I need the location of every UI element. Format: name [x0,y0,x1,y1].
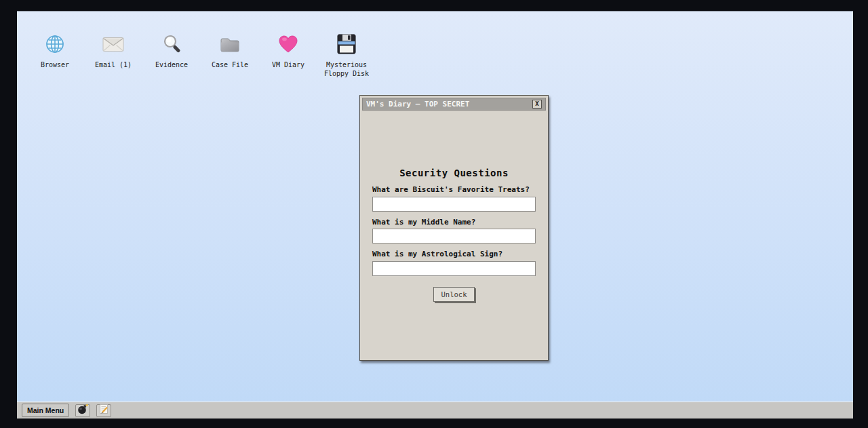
security-question-2: What is my Middle Name? [372,218,536,244]
desktop-icon-label: Evidence [155,60,188,69]
desktop-icon-label: Case File [212,60,248,69]
desktop-icon-vm-diary[interactable]: VM Diary [264,32,313,69]
security-questions-heading: Security Questions [372,168,536,178]
window-title: VM's Diary — TOP SECRET [366,100,532,109]
diary-window-titlebar[interactable]: VM's Diary — TOP SECRET X [362,98,546,111]
desktop-icon-evidence[interactable]: Evidence [147,32,196,69]
envelope-icon [102,32,124,56]
desktop-icon-label: Browser [41,60,69,69]
desktop: Browser Email (1) Evidenc [17,11,853,419]
close-button[interactable]: X [532,100,542,109]
desktop-icon-email[interactable]: Email (1) [89,32,138,69]
question-3-input[interactable] [372,261,536,276]
question-2-input[interactable] [372,229,536,244]
heart-icon [278,32,298,56]
desktop-icon-label: Email (1) [95,60,132,69]
question-1-label: What are Biscuit's Favorite Treats? [372,185,536,194]
memo-icon [98,404,109,417]
unlock-row: Unlock [372,287,536,302]
desktop-icon-floppy-disk[interactable]: Mysterious Floppy Disk [322,32,371,78]
desktop-icon-case-file[interactable]: Case File [205,32,254,69]
diary-window-content: Security Questions What are Biscuit's Fa… [362,111,546,302]
security-question-3: What is my Astrological Sign? [372,250,536,276]
desktop-icon-label: VM Diary [272,60,304,69]
question-1-input[interactable] [372,197,536,212]
security-question-1: What are Biscuit's Favorite Treats? [372,185,536,212]
desktop-icon-browser[interactable]: Browser [31,32,79,69]
question-3-label: What is my Astrological Sign? [372,250,536,258]
taskbar: Main Menu [17,402,853,419]
unlock-button[interactable]: Unlock [433,287,475,302]
diary-window: VM's Diary — TOP SECRET X Security Quest… [359,95,549,361]
taskbar-memo-button[interactable] [96,404,111,417]
desktop-icon-label: Mysterious Floppy Disk [322,60,371,78]
main-menu-button[interactable]: Main Menu [22,404,69,417]
question-2-label: What is my Middle Name? [372,218,536,227]
folder-icon [220,32,240,56]
taskbar-bomb-button[interactable] [75,404,90,417]
floppy-icon [337,32,356,56]
globe-icon [45,32,65,56]
magnifier-icon [163,32,181,56]
bomb-icon [77,404,88,417]
desktop-icons-row: Browser Email (1) Evidenc [31,32,371,78]
